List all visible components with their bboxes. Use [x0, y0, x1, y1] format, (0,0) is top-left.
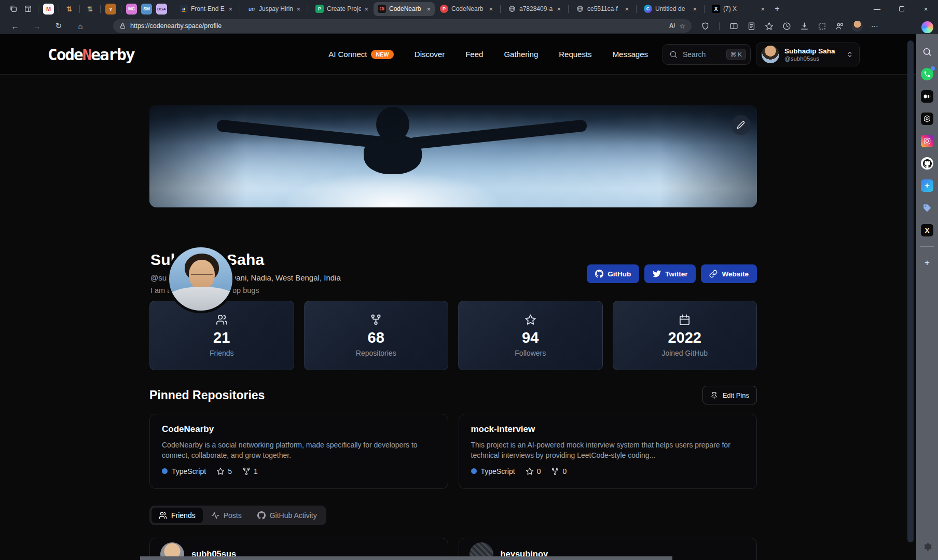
history-icon[interactable]	[780, 20, 793, 32]
downloads-icon[interactable]	[798, 20, 810, 32]
close-icon[interactable]: ×	[693, 6, 697, 12]
edit-cover-button[interactable]	[731, 115, 751, 135]
web-capture-icon[interactable]	[816, 20, 828, 32]
sidebar-settings-gear-icon[interactable]	[921, 540, 933, 553]
chatgpt-icon[interactable]	[921, 113, 933, 125]
browser-tab-untitled-design[interactable]: C Untitled de ×	[640, 2, 701, 16]
stat-label: Joined GitHub	[661, 349, 708, 357]
twitter-icon	[653, 270, 661, 278]
browser-tab-frontend[interactable]: a Front-End E ×	[175, 2, 237, 16]
tab-posts[interactable]: Posts	[204, 508, 249, 523]
github-sidebar-icon[interactable]	[921, 157, 933, 170]
fork-count: 1	[254, 467, 258, 475]
browser-tab-create-project[interactable]: P Create Proje ×	[311, 2, 373, 16]
twitter-link-button[interactable]: Twitter	[644, 264, 696, 283]
star-icon	[216, 467, 225, 475]
repo-card-mock-interview[interactable]: mock-interview This project is an AI-pow…	[459, 414, 757, 489]
close-icon[interactable]: ×	[426, 6, 431, 12]
close-icon[interactable]: ×	[364, 6, 368, 12]
tab-title: Untitled de	[655, 5, 689, 12]
refresh-icon[interactable]: ↻	[52, 19, 65, 33]
search-input[interactable]: Search ⌘ K	[663, 44, 751, 65]
forward-icon[interactable]: →	[30, 19, 44, 33]
user-name: Subhadip Saha	[784, 47, 835, 56]
favorite-star-icon[interactable]: ☆	[679, 22, 685, 30]
close-icon[interactable]: ×	[761, 6, 765, 12]
nav-messages[interactable]: Messages	[613, 50, 648, 59]
browser-tab-a7828409[interactable]: a7828409-a ×	[504, 2, 565, 16]
sidebar-search-icon[interactable]	[921, 46, 933, 58]
nav-ai-connect[interactable]: AI ConnectNEW	[328, 50, 394, 59]
shield-icon[interactable]	[699, 20, 711, 32]
social-links: GitHub Twitter Website	[587, 264, 757, 283]
repo-card-codenearby[interactable]: CodeNearby CodeNearby is a social networ…	[149, 414, 448, 489]
close-icon[interactable]: ×	[489, 6, 493, 12]
repo-name[interactable]: mock-interview	[471, 424, 745, 435]
add-sidebar-item-icon[interactable]: +	[921, 257, 933, 269]
tab-friends[interactable]: Friends	[151, 508, 203, 523]
repo-name[interactable]: CodeNearby	[162, 424, 436, 435]
profile-avatar[interactable]	[167, 245, 235, 313]
browser-tab-codenearby-2[interactable]: P CodeNearb ×	[436, 2, 497, 16]
shopping-tag-icon[interactable]	[921, 202, 933, 214]
browser-tab-ce5511ca[interactable]: ce5511ca-f ×	[572, 2, 633, 16]
designer-icon[interactable]	[921, 179, 933, 192]
browser-tab-juspay[interactable]: un Juspay Hirin ×	[243, 2, 305, 16]
new-tab-button[interactable]: +	[769, 2, 785, 16]
browser-profile-avatar[interactable]	[851, 20, 863, 32]
pinned-tab-sm[interactable]: SM	[141, 4, 152, 15]
avatar	[852, 21, 863, 32]
lock-icon[interactable]	[119, 23, 126, 30]
medium-icon[interactable]	[921, 90, 933, 103]
github-link-button[interactable]: GitHub	[587, 264, 639, 283]
page-scrollbar[interactable]	[907, 40, 914, 542]
minimize-button[interactable]: —	[865, 0, 889, 18]
nav-requests[interactable]: Requests	[559, 50, 591, 59]
browser-tab-codenearby-active[interactable]: CN CodeNearb ×	[374, 2, 435, 16]
close-icon[interactable]: ×	[228, 6, 232, 12]
pinned-tab-mc[interactable]: MC	[126, 4, 137, 15]
restore-button[interactable]	[889, 0, 914, 18]
favorites-icon[interactable]	[763, 20, 775, 32]
split-screen-icon[interactable]	[727, 20, 740, 32]
stats-grid: 21 Friends 68 Repositories 94 Followers …	[149, 301, 757, 370]
tab-github-activity[interactable]: GitHub Activity	[250, 508, 324, 523]
home-icon[interactable]: ⌂	[74, 19, 87, 33]
instagram-icon[interactable]	[921, 135, 933, 147]
profile-tab-bar: Friends Posts GitHub Activity	[149, 506, 326, 525]
pinned-tab-dsa[interactable]: DSA	[156, 4, 167, 15]
more-menu-icon[interactable]: ⋯	[868, 20, 881, 32]
pinned-tab-exchange-1[interactable]: ⇅	[64, 4, 75, 15]
tab-actions-icon[interactable]	[21, 2, 35, 16]
whatsapp-icon[interactable]	[921, 68, 933, 80]
reading-list-icon[interactable]	[745, 20, 757, 32]
browser-tab-x[interactable]: X (7) X ×	[708, 2, 769, 16]
codenearby-logo[interactable]: CodeNearby	[48, 45, 134, 64]
copilot-icon[interactable]	[921, 21, 933, 33]
pinned-tab-exchange-2[interactable]: ⇅	[85, 4, 95, 15]
nav-feed[interactable]: Feed	[465, 50, 483, 59]
user-menu[interactable]: Subhadip Saha @subh05sus	[756, 43, 860, 66]
share-icon[interactable]	[833, 20, 846, 32]
close-icon[interactable]: ×	[296, 6, 300, 12]
back-icon[interactable]: ←	[8, 19, 22, 33]
stat-card-joined-github[interactable]: 2022 Joined GitHub	[613, 301, 757, 370]
tab-workspaces-icon[interactable]	[6, 2, 21, 16]
close-icon[interactable]: ×	[557, 6, 561, 12]
stat-card-repositories[interactable]: 68 Repositories	[304, 301, 449, 370]
close-window-button[interactable]: ×	[914, 0, 938, 18]
x-sidebar-icon[interactable]: X	[921, 224, 933, 236]
stat-card-friends[interactable]: 21 Friends	[149, 301, 294, 370]
stat-card-followers[interactable]: 94 Followers	[458, 301, 603, 370]
close-icon[interactable]: ×	[625, 6, 629, 12]
read-aloud-icon[interactable]: A)	[669, 22, 675, 30]
url-input[interactable]: https://codenearby.space/profile A) ☆	[113, 19, 692, 33]
website-link-button[interactable]: Website	[701, 264, 757, 283]
pinned-tab-hackernews[interactable]: Y	[105, 4, 116, 15]
edit-pins-button[interactable]: Edit Pins	[702, 386, 757, 404]
url-text[interactable]: https://codenearby.space/profile	[130, 22, 665, 30]
pinned-tab-gmail[interactable]: M	[43, 4, 54, 15]
keyboard-shortcut-badge: ⌘ K	[726, 49, 746, 60]
nav-gathering[interactable]: Gathering	[504, 50, 538, 59]
nav-discover[interactable]: Discover	[415, 50, 445, 59]
